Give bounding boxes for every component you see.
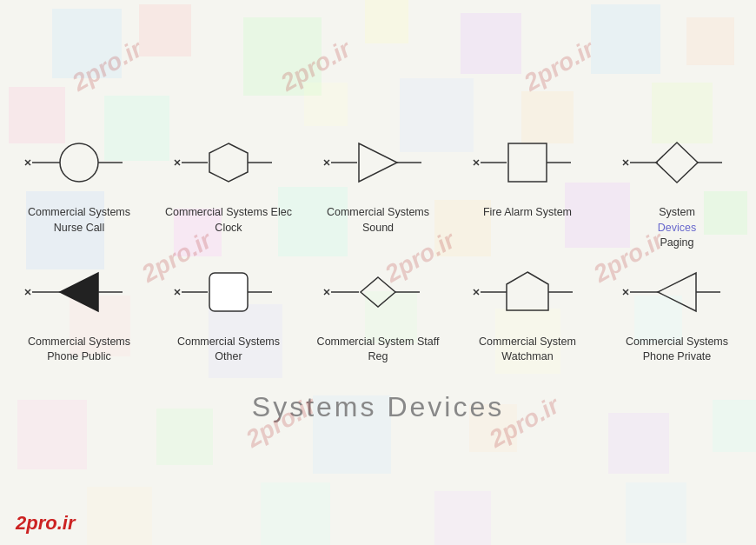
main-content: Commercial Systems Nurse Call Commercial… xyxy=(0,0,756,545)
phone-private-label: Commercial Systems Phone Private xyxy=(612,335,742,365)
svg-marker-23 xyxy=(656,143,698,183)
staff-reg-label: Commercial System Staff Reg xyxy=(313,335,443,365)
watchman-symbol xyxy=(458,260,597,329)
symbol-watchman: Commercial System Watchman xyxy=(453,260,602,365)
symbol-fire-alarm: Fire Alarm System xyxy=(453,130,602,251)
paging-symbol xyxy=(607,130,746,200)
watchman-label: Commercial System Watchman xyxy=(462,335,593,365)
sound-label: Commercial Systems Sound xyxy=(313,205,443,236)
nurse-call-label: Commercial Systems Nurse Call xyxy=(14,205,144,236)
svg-marker-43 xyxy=(507,272,548,310)
fire-alarm-symbol xyxy=(458,130,597,200)
fire-alarm-label: Fire Alarm System xyxy=(483,205,572,221)
symbol-phone-private: Commercial Systems Phone Private xyxy=(602,260,752,365)
sound-symbol xyxy=(308,130,448,200)
symbols-grid: Commercial Systems Nurse Call Commercial… xyxy=(4,130,752,365)
phone-public-label: Commercial Systems Phone Public xyxy=(14,335,144,365)
symbol-other: Commercial Systems Other xyxy=(154,260,303,365)
symbol-phone-public: Commercial Systems Phone Public xyxy=(4,260,154,365)
svg-marker-8 xyxy=(209,143,248,182)
svg-rect-18 xyxy=(508,143,547,182)
other-label: Commercial Systems Other xyxy=(163,335,294,365)
phone-private-symbol xyxy=(607,260,746,329)
svg-marker-38 xyxy=(361,277,395,307)
other-symbol xyxy=(159,260,298,329)
elec-clock-label: Commercial Systems Elec Clock xyxy=(163,205,294,236)
symbol-sound: Commercial Systems Sound xyxy=(303,130,453,251)
symbol-staff-reg: Commercial System Staff Reg xyxy=(303,260,453,365)
svg-marker-48 xyxy=(658,273,696,311)
svg-marker-28 xyxy=(60,273,98,311)
phone-public-symbol xyxy=(10,260,149,329)
svg-marker-13 xyxy=(359,143,397,182)
svg-rect-33 xyxy=(209,273,248,311)
symbol-paging: SystemDevicesPaging xyxy=(602,130,752,251)
staff-reg-symbol xyxy=(308,260,448,329)
elec-clock-symbol xyxy=(159,130,298,200)
nurse-call-symbol xyxy=(10,130,149,200)
page-title: Systems Devices xyxy=(252,391,504,423)
symbol-elec-clock: Commercial Systems Elec Clock xyxy=(154,130,303,251)
symbol-nurse-call: Commercial Systems Nurse Call xyxy=(4,130,154,251)
logo: 2pro.ir xyxy=(16,512,75,535)
svg-point-3 xyxy=(60,143,98,182)
paging-label: SystemDevicesPaging xyxy=(658,205,696,251)
